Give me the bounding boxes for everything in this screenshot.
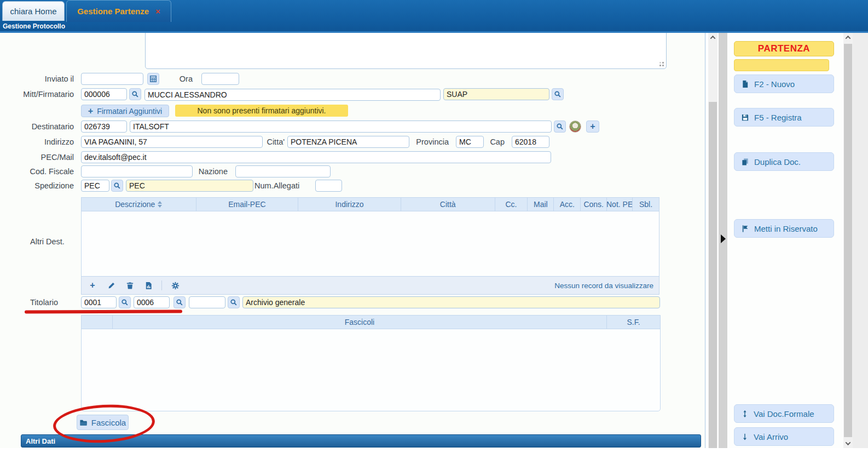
plus-icon: + xyxy=(88,107,93,116)
duplica-doc-button[interactable]: Duplica Doc. xyxy=(734,152,834,171)
titolario-desc-input[interactable] xyxy=(242,296,660,308)
altri-dest-label: Altri Dest. xyxy=(30,236,79,248)
citta-input[interactable] xyxy=(287,136,409,148)
tab-chiara-home[interactable]: chiara Home xyxy=(2,1,65,21)
partenza-badge[interactable]: PARTENZA xyxy=(734,41,834,56)
num-allegati-label: Num.Allegati xyxy=(254,180,299,192)
window-right-edge xyxy=(853,33,868,448)
ipa-emblem-icon[interactable] xyxy=(569,121,581,133)
trash-icon xyxy=(126,282,134,290)
destinatario-name-input[interactable] xyxy=(130,121,552,133)
plus-icon: + xyxy=(590,122,595,131)
titolario-code1-input[interactable] xyxy=(81,296,117,308)
add-destinatario-button[interactable]: + xyxy=(586,121,599,133)
spedizione-desc-input[interactable] xyxy=(126,180,253,192)
button-label: F2 - Nuovo xyxy=(754,79,795,89)
mitt-code-input[interactable] xyxy=(81,88,127,100)
cap-input[interactable] xyxy=(512,136,549,148)
app-window: chiara Home Gestione Partenze × Gestione… xyxy=(0,0,868,453)
cap-label: Cap xyxy=(486,136,505,148)
fascicoli-grid-header: Fascicoli S.F. xyxy=(82,316,660,329)
column-header-acc: Acc. xyxy=(554,198,581,211)
cod-fiscale-label: Cod. Fiscale xyxy=(0,165,74,177)
scroll-up-button[interactable] xyxy=(708,33,717,42)
document-text-area[interactable] xyxy=(145,33,667,69)
destinatario-code-input[interactable] xyxy=(81,121,127,133)
chevron-up-icon xyxy=(710,36,716,41)
scrollbar-thumb[interactable] xyxy=(844,44,852,437)
titolario-code2-input[interactable] xyxy=(134,296,170,308)
destinatario-search-button[interactable] xyxy=(554,121,566,133)
column-header-descrizione[interactable]: Descrizione xyxy=(82,198,196,211)
spedizione-code-input[interactable] xyxy=(81,180,109,192)
date-picker-button[interactable] xyxy=(147,73,159,85)
ufficio-search-button[interactable] xyxy=(552,88,564,100)
provincia-input[interactable] xyxy=(456,136,484,148)
delete-record-button[interactable] xyxy=(124,280,135,291)
titolario-search1-button[interactable] xyxy=(119,296,131,308)
num-allegati-input[interactable] xyxy=(315,180,342,192)
button-label: F5 - Registra xyxy=(754,113,802,122)
scrollbar-thumb[interactable] xyxy=(709,102,717,448)
vai-doc-formale-button[interactable]: Vai Doc.Formale xyxy=(734,404,834,423)
firmatari-aggiuntivi-button[interactable]: + Firmatari Aggiuntivi xyxy=(81,105,169,117)
tab-gestione-partenze[interactable]: Gestione Partenze × xyxy=(66,0,171,22)
actions-sidebar: PARTENZA F2 - Nuovo F5 - Registra xyxy=(728,33,843,448)
nazione-input[interactable] xyxy=(235,165,331,177)
column-header-sf: S.F. xyxy=(607,316,660,329)
panel-collapse-strip[interactable] xyxy=(719,33,727,448)
f2-nuovo-button[interactable]: F2 - Nuovo xyxy=(734,74,834,93)
titolario-search2-button[interactable] xyxy=(173,296,186,308)
close-tab-icon[interactable]: × xyxy=(155,7,160,16)
spedizione-search-button[interactable] xyxy=(111,180,123,192)
down-arrow-icon xyxy=(741,433,749,441)
ora-input[interactable] xyxy=(201,73,239,85)
cod-fiscale-input[interactable] xyxy=(81,165,193,177)
provincia-label: Provincia xyxy=(413,136,449,148)
f5-registra-button[interactable]: F5 - Registra xyxy=(734,108,834,127)
sidebar-scrollbar[interactable] xyxy=(843,33,853,448)
copy-icon xyxy=(741,158,749,166)
edit-record-button[interactable] xyxy=(106,280,117,291)
mitt-firmatario-label: Mitt/Firmatario xyxy=(0,88,74,100)
pec-mail-input[interactable] xyxy=(81,151,551,163)
mitt-name-input[interactable] xyxy=(144,89,441,101)
search-icon xyxy=(176,299,183,306)
add-record-button[interactable]: + xyxy=(87,280,98,291)
collapse-arrow-icon[interactable] xyxy=(721,234,726,243)
chevron-down-icon xyxy=(846,440,851,445)
fascicoli-grid-body xyxy=(82,329,660,411)
annotation-underline-titolario xyxy=(25,309,182,313)
titolario-search3-button[interactable] xyxy=(228,296,240,308)
sort-icon xyxy=(158,201,162,208)
vai-arrivo-button[interactable]: Vai Arrivo xyxy=(734,427,834,446)
citta-label: Citta' xyxy=(262,136,285,148)
scroll-down-button[interactable] xyxy=(843,439,853,448)
scroll-up-button[interactable] xyxy=(843,33,853,42)
gear-icon xyxy=(171,282,180,290)
inviato-il-input[interactable] xyxy=(81,73,143,85)
export-button[interactable] xyxy=(143,280,154,291)
indirizzo-input[interactable] xyxy=(81,136,263,148)
titolario-code3-input[interactable] xyxy=(189,296,225,308)
mitt-search-button[interactable] xyxy=(129,88,141,100)
altri-dest-grid-toolbar: + xyxy=(82,276,659,294)
firmatari-notice: Non sono presenti firmatari aggiuntivi. xyxy=(175,105,348,117)
titolario-label: Titolario xyxy=(30,296,79,308)
column-header-cc: Cc. xyxy=(495,198,528,211)
altri-dati-label: Altri Dati xyxy=(26,437,55,445)
nazione-label: Nazione xyxy=(196,165,228,177)
resize-grip[interactable] xyxy=(659,61,664,66)
ora-label: Ora xyxy=(164,73,193,85)
grid-settings-button[interactable] xyxy=(170,280,181,291)
column-header-fascicoli: Fascicoli xyxy=(113,316,607,329)
metti-in-riservato-button[interactable]: Metti in Riservato xyxy=(734,219,834,238)
button-label: Duplica Doc. xyxy=(754,157,801,167)
search-icon xyxy=(131,90,139,98)
altri-dest-grid: Descrizione Email-PEC Indirizzo Città Cc… xyxy=(81,197,659,295)
column-header-sbl: Sbl. xyxy=(633,198,659,211)
main-scrollbar[interactable] xyxy=(708,33,717,448)
toolbar-separator xyxy=(161,280,162,290)
fascicoli-grid: Fascicoli S.F. xyxy=(81,315,661,411)
mitt-ufficio-input[interactable] xyxy=(443,88,549,100)
